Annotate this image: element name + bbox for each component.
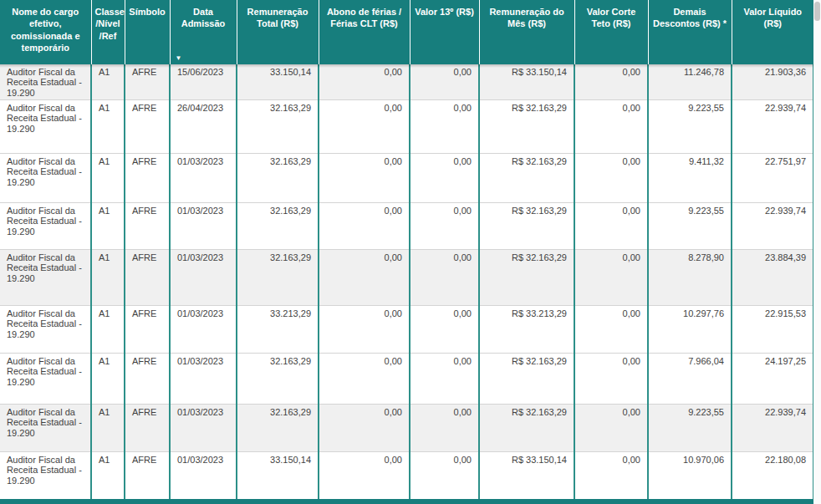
- column-header-data-admissao-label: Data Admissão: [181, 7, 226, 28]
- cell-data-admissao: 15/06/2023: [170, 64, 237, 99]
- cell-simbolo: AFRE: [125, 451, 170, 499]
- cell-remuneracao-mes: R$ 33.213,29: [479, 305, 574, 353]
- cell-valor-liquido: 22.180,08: [732, 451, 813, 499]
- cell-cargo: Auditor Fiscal da Receita Estadual - 19.…: [0, 404, 91, 451]
- cell-valor-corte-teto: 0,00: [574, 64, 648, 99]
- column-header-demais-descontos[interactable]: Demais Descontos (R$) *: [648, 0, 732, 64]
- cell-demais-descontos: 9.223,55: [648, 404, 732, 451]
- cell-data-admissao: 26/04/2023: [170, 99, 237, 153]
- column-header-remuneracao-total[interactable]: Remuneração Total (R$): [237, 0, 319, 64]
- column-header-cargo[interactable]: Nome do cargo efetivo, comissionada e te…: [0, 0, 91, 64]
- cell-valor-corte-teto: 0,00: [574, 249, 648, 305]
- cell-valor-liquido: 22.751,97: [732, 153, 813, 202]
- cell-valor-corte-teto: 0,00: [574, 202, 648, 249]
- cell-remuneracao-total: 32.163,29: [237, 353, 319, 404]
- cell-cargo: Auditor Fiscal da Receita Estadual - 19.…: [0, 451, 91, 499]
- cell-data-admissao: 01/03/2023: [170, 249, 237, 305]
- table-row: Auditor Fiscal da Receita Estadual - 19.…: [0, 305, 813, 353]
- sort-descending-icon[interactable]: ▼: [176, 55, 182, 62]
- cell-demais-descontos: 10.297,76: [648, 305, 732, 353]
- remuneration-table: Nome do cargo efetivo, comissionada e te…: [0, 0, 814, 499]
- column-header-valor-liquido[interactable]: Valor Líquido (R$): [732, 0, 813, 64]
- table-body: Auditor Fiscal da Receita Estadual - 19.…: [0, 64, 813, 499]
- cell-remuneracao-total: 32.163,29: [237, 404, 319, 451]
- cell-valor-13: 0,00: [410, 99, 479, 153]
- cell-demais-descontos: 9.223,55: [648, 99, 732, 153]
- column-header-simbolo[interactable]: Símbolo: [125, 0, 170, 64]
- column-header-valor-corte-teto[interactable]: Valor Corte Teto (R$): [574, 0, 648, 64]
- cell-demais-descontos: 9.223,55: [648, 202, 732, 249]
- cell-valor-corte-teto: 0,00: [574, 99, 648, 153]
- cell-valor-13: 0,00: [410, 249, 479, 305]
- column-header-data-admissao[interactable]: Data Admissão ▼: [170, 0, 237, 64]
- cell-abono-ferias: 0,00: [319, 99, 410, 153]
- cell-classe: A1: [91, 404, 125, 451]
- cell-valor-13: 0,00: [410, 451, 479, 499]
- cell-valor-liquido: 22.915,53: [732, 305, 813, 353]
- table-row: Auditor Fiscal da Receita Estadual - 19.…: [0, 64, 813, 99]
- cell-demais-descontos: 7.966,04: [648, 353, 732, 404]
- cell-abono-ferias: 0,00: [319, 305, 410, 353]
- cell-valor-corte-teto: 0,00: [574, 404, 648, 451]
- cell-demais-descontos: 11.246,78: [648, 64, 732, 99]
- cell-cargo: Auditor Fiscal da Receita Estadual - 19.…: [0, 99, 91, 153]
- cell-valor-corte-teto: 0,00: [574, 153, 648, 202]
- column-header-classe-nivel-ref[interactable]: Classe /Nível /Ref: [91, 0, 125, 64]
- cell-demais-descontos: 9.411,32: [648, 153, 732, 202]
- cell-remuneracao-mes: R$ 32.163,29: [479, 202, 574, 249]
- cell-remuneracao-mes: R$ 32.163,29: [479, 153, 574, 202]
- table-row: Auditor Fiscal da Receita Estadual - 19.…: [0, 202, 813, 249]
- cell-remuneracao-total: 33.213,29: [237, 305, 319, 353]
- column-header-remuneracao-mes[interactable]: Remuneração do Mês (R$): [479, 0, 574, 64]
- cell-valor-liquido: 22.939,74: [732, 99, 813, 153]
- cell-abono-ferias: 0,00: [319, 353, 410, 404]
- cell-remuneracao-mes: R$ 32.163,29: [479, 249, 574, 305]
- cell-classe: A1: [91, 353, 125, 404]
- cell-valor-liquido: 24.197,25: [732, 353, 813, 404]
- vertical-scrollbar[interactable]: [813, 0, 821, 504]
- cell-valor-liquido: 21.903,36: [732, 64, 813, 99]
- table-row: Auditor Fiscal da Receita Estadual - 19.…: [0, 99, 813, 153]
- table-row: Auditor Fiscal da Receita Estadual - 19.…: [0, 404, 813, 451]
- cell-valor-liquido: 22.939,74: [732, 404, 813, 451]
- cell-remuneracao-total: 32.163,29: [237, 249, 319, 305]
- cell-data-admissao: 01/03/2023: [170, 305, 237, 353]
- cell-remuneracao-total: 32.163,29: [237, 99, 319, 153]
- cell-simbolo: AFRE: [125, 353, 170, 404]
- cell-data-admissao: 01/03/2023: [170, 153, 237, 202]
- cell-cargo: Auditor Fiscal da Receita Estadual - 19.…: [0, 64, 91, 99]
- table-row: Auditor Fiscal da Receita Estadual - 19.…: [0, 451, 813, 499]
- cell-valor-corte-teto: 0,00: [574, 353, 648, 404]
- cell-remuneracao-total: 32.163,29: [237, 202, 319, 249]
- cell-valor-13: 0,00: [410, 404, 479, 451]
- cell-abono-ferias: 0,00: [319, 64, 410, 99]
- remuneration-table-view: Nome do cargo efetivo, comissionada e te…: [0, 0, 821, 504]
- scrollbar-thumb[interactable]: [814, 2, 820, 21]
- cell-abono-ferias: 0,00: [319, 451, 410, 499]
- cell-abono-ferias: 0,00: [319, 404, 410, 451]
- cell-simbolo: AFRE: [125, 64, 170, 99]
- cell-simbolo: AFRE: [125, 202, 170, 249]
- column-header-abono-ferias[interactable]: Abono de férias / Férias CLT (R$): [319, 0, 410, 64]
- cell-demais-descontos: 10.970,06: [648, 451, 732, 499]
- cell-classe: A1: [91, 249, 125, 305]
- table-row: Auditor Fiscal da Receita Estadual - 19.…: [0, 249, 813, 305]
- cell-remuneracao-mes: R$ 32.163,29: [479, 99, 574, 153]
- cell-valor-liquido: 23.884,39: [732, 249, 813, 305]
- cell-classe: A1: [91, 202, 125, 249]
- column-header-valor-13[interactable]: Valor 13º (R$): [410, 0, 479, 64]
- cell-valor-corte-teto: 0,00: [574, 305, 648, 353]
- cell-classe: A1: [91, 451, 125, 499]
- table-row: Auditor Fiscal da Receita Estadual - 19.…: [0, 153, 813, 202]
- cell-abono-ferias: 0,00: [319, 202, 410, 249]
- cell-simbolo: AFRE: [125, 404, 170, 451]
- cell-classe: A1: [91, 99, 125, 153]
- cell-simbolo: AFRE: [125, 249, 170, 305]
- cell-valor-13: 0,00: [410, 202, 479, 249]
- cell-cargo: Auditor Fiscal da Receita Estadual - 19.…: [0, 305, 91, 353]
- cell-abono-ferias: 0,00: [319, 153, 410, 202]
- cell-cargo: Auditor Fiscal da Receita Estadual - 19.…: [0, 249, 91, 305]
- cell-remuneracao-total: 32.163,29: [237, 153, 319, 202]
- cell-valor-13: 0,00: [410, 153, 479, 202]
- cell-simbolo: AFRE: [125, 305, 170, 353]
